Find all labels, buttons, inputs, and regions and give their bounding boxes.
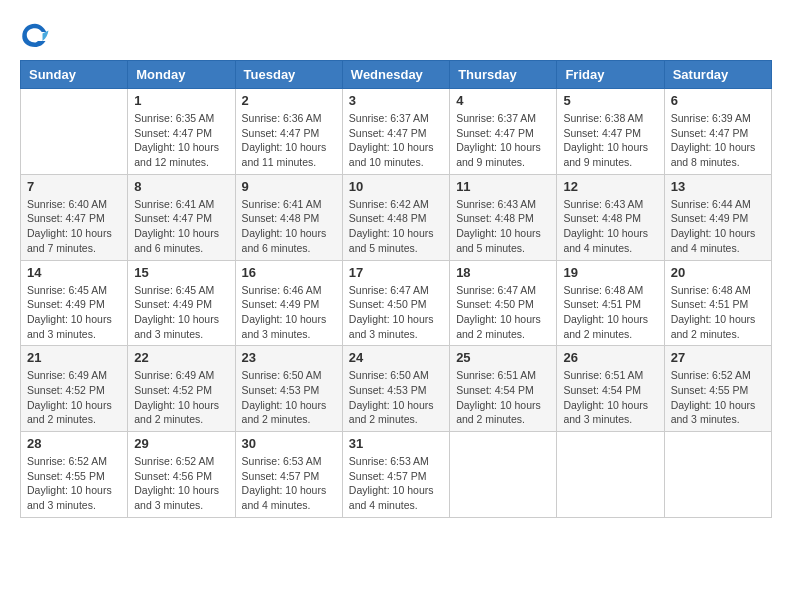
calendar-week-row: 14Sunrise: 6:45 AMSunset: 4:49 PMDayligh… (21, 260, 772, 346)
calendar-header-row: SundayMondayTuesdayWednesdayThursdayFrid… (21, 61, 772, 89)
day-number: 14 (27, 265, 121, 280)
day-number: 15 (134, 265, 228, 280)
day-number: 29 (134, 436, 228, 451)
calendar-cell: 9Sunrise: 6:41 AMSunset: 4:48 PMDaylight… (235, 174, 342, 260)
day-info: Sunrise: 6:53 AMSunset: 4:57 PMDaylight:… (242, 454, 336, 513)
calendar-cell: 12Sunrise: 6:43 AMSunset: 4:48 PMDayligh… (557, 174, 664, 260)
calendar-cell: 18Sunrise: 6:47 AMSunset: 4:50 PMDayligh… (450, 260, 557, 346)
day-number: 2 (242, 93, 336, 108)
day-number: 23 (242, 350, 336, 365)
day-info: Sunrise: 6:46 AMSunset: 4:49 PMDaylight:… (242, 283, 336, 342)
column-header-sunday: Sunday (21, 61, 128, 89)
day-info: Sunrise: 6:45 AMSunset: 4:49 PMDaylight:… (27, 283, 121, 342)
day-info: Sunrise: 6:48 AMSunset: 4:51 PMDaylight:… (563, 283, 657, 342)
calendar-cell: 15Sunrise: 6:45 AMSunset: 4:49 PMDayligh… (128, 260, 235, 346)
day-number: 28 (27, 436, 121, 451)
day-number: 22 (134, 350, 228, 365)
calendar-cell: 7Sunrise: 6:40 AMSunset: 4:47 PMDaylight… (21, 174, 128, 260)
calendar-cell: 13Sunrise: 6:44 AMSunset: 4:49 PMDayligh… (664, 174, 771, 260)
day-number: 11 (456, 179, 550, 194)
day-info: Sunrise: 6:53 AMSunset: 4:57 PMDaylight:… (349, 454, 443, 513)
calendar-cell: 6Sunrise: 6:39 AMSunset: 4:47 PMDaylight… (664, 89, 771, 175)
day-info: Sunrise: 6:35 AMSunset: 4:47 PMDaylight:… (134, 111, 228, 170)
calendar-cell: 2Sunrise: 6:36 AMSunset: 4:47 PMDaylight… (235, 89, 342, 175)
calendar-cell: 28Sunrise: 6:52 AMSunset: 4:55 PMDayligh… (21, 432, 128, 518)
day-number: 13 (671, 179, 765, 194)
day-info: Sunrise: 6:49 AMSunset: 4:52 PMDaylight:… (134, 368, 228, 427)
day-number: 26 (563, 350, 657, 365)
day-number: 1 (134, 93, 228, 108)
calendar-table: SundayMondayTuesdayWednesdayThursdayFrid… (20, 60, 772, 518)
calendar-cell: 26Sunrise: 6:51 AMSunset: 4:54 PMDayligh… (557, 346, 664, 432)
calendar-cell: 17Sunrise: 6:47 AMSunset: 4:50 PMDayligh… (342, 260, 449, 346)
calendar-cell (450, 432, 557, 518)
column-header-wednesday: Wednesday (342, 61, 449, 89)
day-number: 19 (563, 265, 657, 280)
day-number: 17 (349, 265, 443, 280)
calendar-cell: 3Sunrise: 6:37 AMSunset: 4:47 PMDaylight… (342, 89, 449, 175)
day-number: 16 (242, 265, 336, 280)
calendar-cell: 30Sunrise: 6:53 AMSunset: 4:57 PMDayligh… (235, 432, 342, 518)
calendar-cell: 22Sunrise: 6:49 AMSunset: 4:52 PMDayligh… (128, 346, 235, 432)
calendar-cell: 24Sunrise: 6:50 AMSunset: 4:53 PMDayligh… (342, 346, 449, 432)
day-info: Sunrise: 6:36 AMSunset: 4:47 PMDaylight:… (242, 111, 336, 170)
column-header-saturday: Saturday (664, 61, 771, 89)
day-info: Sunrise: 6:41 AMSunset: 4:48 PMDaylight:… (242, 197, 336, 256)
logo (20, 20, 54, 50)
calendar-cell: 16Sunrise: 6:46 AMSunset: 4:49 PMDayligh… (235, 260, 342, 346)
calendar-cell: 27Sunrise: 6:52 AMSunset: 4:55 PMDayligh… (664, 346, 771, 432)
day-number: 30 (242, 436, 336, 451)
day-info: Sunrise: 6:37 AMSunset: 4:47 PMDaylight:… (349, 111, 443, 170)
day-info: Sunrise: 6:52 AMSunset: 4:55 PMDaylight:… (27, 454, 121, 513)
day-number: 18 (456, 265, 550, 280)
day-info: Sunrise: 6:43 AMSunset: 4:48 PMDaylight:… (456, 197, 550, 256)
day-info: Sunrise: 6:42 AMSunset: 4:48 PMDaylight:… (349, 197, 443, 256)
day-number: 12 (563, 179, 657, 194)
logo-icon (20, 20, 50, 50)
day-info: Sunrise: 6:37 AMSunset: 4:47 PMDaylight:… (456, 111, 550, 170)
day-number: 31 (349, 436, 443, 451)
day-info: Sunrise: 6:52 AMSunset: 4:56 PMDaylight:… (134, 454, 228, 513)
day-number: 8 (134, 179, 228, 194)
calendar-cell: 19Sunrise: 6:48 AMSunset: 4:51 PMDayligh… (557, 260, 664, 346)
day-info: Sunrise: 6:38 AMSunset: 4:47 PMDaylight:… (563, 111, 657, 170)
day-info: Sunrise: 6:44 AMSunset: 4:49 PMDaylight:… (671, 197, 765, 256)
day-info: Sunrise: 6:47 AMSunset: 4:50 PMDaylight:… (349, 283, 443, 342)
calendar-cell: 11Sunrise: 6:43 AMSunset: 4:48 PMDayligh… (450, 174, 557, 260)
calendar-cell: 8Sunrise: 6:41 AMSunset: 4:47 PMDaylight… (128, 174, 235, 260)
calendar-cell (21, 89, 128, 175)
day-info: Sunrise: 6:51 AMSunset: 4:54 PMDaylight:… (563, 368, 657, 427)
day-number: 7 (27, 179, 121, 194)
day-info: Sunrise: 6:51 AMSunset: 4:54 PMDaylight:… (456, 368, 550, 427)
day-number: 3 (349, 93, 443, 108)
calendar-cell: 10Sunrise: 6:42 AMSunset: 4:48 PMDayligh… (342, 174, 449, 260)
calendar-cell: 4Sunrise: 6:37 AMSunset: 4:47 PMDaylight… (450, 89, 557, 175)
column-header-monday: Monday (128, 61, 235, 89)
day-info: Sunrise: 6:39 AMSunset: 4:47 PMDaylight:… (671, 111, 765, 170)
calendar-week-row: 1Sunrise: 6:35 AMSunset: 4:47 PMDaylight… (21, 89, 772, 175)
calendar-cell: 25Sunrise: 6:51 AMSunset: 4:54 PMDayligh… (450, 346, 557, 432)
day-number: 4 (456, 93, 550, 108)
column-header-thursday: Thursday (450, 61, 557, 89)
day-number: 25 (456, 350, 550, 365)
day-info: Sunrise: 6:45 AMSunset: 4:49 PMDaylight:… (134, 283, 228, 342)
calendar-cell: 29Sunrise: 6:52 AMSunset: 4:56 PMDayligh… (128, 432, 235, 518)
calendar-week-row: 21Sunrise: 6:49 AMSunset: 4:52 PMDayligh… (21, 346, 772, 432)
day-number: 20 (671, 265, 765, 280)
day-info: Sunrise: 6:50 AMSunset: 4:53 PMDaylight:… (349, 368, 443, 427)
day-number: 21 (27, 350, 121, 365)
page-header (20, 20, 772, 50)
column-header-friday: Friday (557, 61, 664, 89)
calendar-cell: 20Sunrise: 6:48 AMSunset: 4:51 PMDayligh… (664, 260, 771, 346)
day-info: Sunrise: 6:49 AMSunset: 4:52 PMDaylight:… (27, 368, 121, 427)
day-info: Sunrise: 6:43 AMSunset: 4:48 PMDaylight:… (563, 197, 657, 256)
day-info: Sunrise: 6:48 AMSunset: 4:51 PMDaylight:… (671, 283, 765, 342)
calendar-week-row: 28Sunrise: 6:52 AMSunset: 4:55 PMDayligh… (21, 432, 772, 518)
day-info: Sunrise: 6:41 AMSunset: 4:47 PMDaylight:… (134, 197, 228, 256)
calendar-cell: 23Sunrise: 6:50 AMSunset: 4:53 PMDayligh… (235, 346, 342, 432)
day-number: 6 (671, 93, 765, 108)
day-number: 10 (349, 179, 443, 194)
day-info: Sunrise: 6:47 AMSunset: 4:50 PMDaylight:… (456, 283, 550, 342)
calendar-cell (557, 432, 664, 518)
calendar-cell: 31Sunrise: 6:53 AMSunset: 4:57 PMDayligh… (342, 432, 449, 518)
